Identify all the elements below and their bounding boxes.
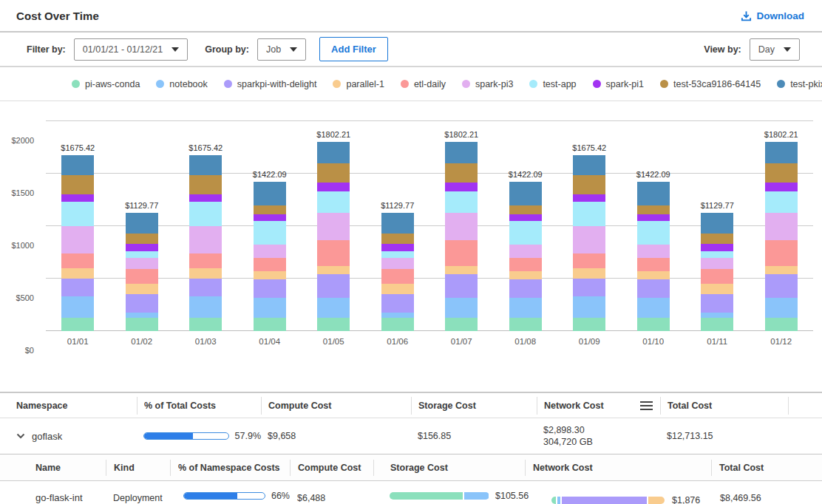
- stacked-bar[interactable]: [637, 182, 670, 331]
- bar-segment-test-pkix[interactable]: [126, 213, 158, 234]
- bar-segment-notebook[interactable]: [254, 298, 286, 318]
- bar-segment-parallel-1[interactable]: [381, 284, 414, 294]
- bar-segment-notebook[interactable]: [189, 296, 222, 317]
- col-nested-network[interactable]: Network Cost: [525, 460, 711, 476]
- bar-segment-notebook[interactable]: [509, 298, 542, 318]
- bar-segment-spark-pi3[interactable]: [381, 258, 414, 270]
- bar-segment-spark-pi3[interactable]: [254, 245, 286, 258]
- bar-segment-parallel-1[interactable]: [445, 266, 478, 274]
- bar-segment-spark-pi3[interactable]: [765, 213, 798, 240]
- bar-segment-test-53ca9186-64145[interactable]: [61, 175, 94, 195]
- bar-segment-sparkpi-with-delight[interactable]: [445, 274, 478, 299]
- stacked-bar[interactable]: [381, 213, 414, 331]
- bar-segment-test-pkix[interactable]: [509, 182, 542, 205]
- add-filter-button[interactable]: Add Filter: [319, 37, 388, 61]
- bar-segment-etl-daily[interactable]: [765, 240, 798, 266]
- bar-segment-spark-pi1[interactable]: [317, 183, 350, 191]
- bar-segment-etl-daily[interactable]: [701, 269, 733, 284]
- bar-segment-sparkpi-with-delight[interactable]: [573, 279, 605, 296]
- download-button[interactable]: Download: [741, 10, 805, 21]
- bar-segment-parallel-1[interactable]: [637, 271, 670, 279]
- bar-segment-test-53ca9186-64145[interactable]: [317, 163, 350, 183]
- bar-segment-parallel-1[interactable]: [317, 266, 350, 274]
- bar-segment-spark-pi1[interactable]: [189, 194, 222, 202]
- col-namespace[interactable]: Namespace: [0, 397, 137, 415]
- stacked-bar[interactable]: [509, 182, 542, 331]
- bar-segment-etl-daily[interactable]: [381, 269, 414, 284]
- bar-segment-spark-pi3[interactable]: [189, 226, 222, 253]
- bar-segment-spark-pi1[interactable]: [254, 214, 286, 221]
- bar-segment-sparkpi-with-delight[interactable]: [637, 279, 670, 298]
- bar-segment-spark-pi3[interactable]: [509, 245, 542, 258]
- stacked-bar[interactable]: [701, 213, 733, 331]
- stacked-bar[interactable]: [189, 155, 222, 331]
- bar-segment-test-app[interactable]: [573, 202, 605, 226]
- bar-segment-pi-aws-conda[interactable]: [445, 318, 478, 331]
- bar-segment-spark-pi3[interactable]: [126, 258, 158, 270]
- col-network-cost[interactable]: Network Cost: [537, 397, 660, 415]
- legend-item-test-53ca9186-64145[interactable]: test-53ca9186-64145: [660, 79, 761, 89]
- bar-segment-test-pkix[interactable]: [317, 142, 350, 163]
- col-nested-compute[interactable]: Compute Cost: [290, 460, 373, 476]
- bar-segment-sparkpi-with-delight[interactable]: [765, 274, 798, 299]
- bar-segment-spark-pi1[interactable]: [381, 244, 414, 252]
- bar-segment-pi-aws-conda[interactable]: [765, 318, 798, 331]
- col-compute-cost[interactable]: Compute Cost: [261, 397, 411, 415]
- bar-segment-test-app[interactable]: [381, 251, 414, 258]
- bar-segment-test-53ca9186-64145[interactable]: [573, 175, 605, 195]
- stacked-bar[interactable]: [765, 142, 798, 331]
- bar-segment-notebook[interactable]: [445, 298, 478, 317]
- bar-segment-etl-daily[interactable]: [126, 269, 158, 284]
- bar-segment-test-app[interactable]: [509, 221, 542, 245]
- bar-segment-test-53ca9186-64145[interactable]: [445, 163, 478, 183]
- bar-segment-parallel-1[interactable]: [126, 284, 158, 294]
- bar-segment-etl-daily[interactable]: [637, 258, 670, 271]
- legend-item-spark-pi3[interactable]: spark-pi3: [462, 79, 513, 89]
- legend-item-spark-pi1[interactable]: spark-pi1: [593, 79, 644, 89]
- col-kind[interactable]: Kind: [106, 460, 170, 476]
- chevron-down-icon[interactable]: [16, 433, 25, 439]
- bar-segment-etl-daily[interactable]: [317, 240, 350, 266]
- bar-segment-sparkpi-with-delight[interactable]: [509, 279, 542, 298]
- bar-segment-pi-aws-conda[interactable]: [701, 318, 733, 331]
- column-menu-icon[interactable]: [640, 401, 653, 410]
- bar-segment-spark-pi1[interactable]: [61, 194, 94, 202]
- bar-segment-etl-daily[interactable]: [445, 240, 478, 266]
- bar-segment-pi-aws-conda[interactable]: [381, 318, 414, 331]
- bar-segment-test-53ca9186-64145[interactable]: [509, 205, 542, 214]
- bar-segment-spark-pi1[interactable]: [765, 183, 798, 191]
- bar-segment-notebook[interactable]: [61, 296, 94, 317]
- col-nested-total[interactable]: Total Cost: [711, 460, 822, 476]
- col-storage-cost[interactable]: Storage Cost: [411, 397, 537, 415]
- bar-segment-parallel-1[interactable]: [509, 271, 542, 279]
- bar-segment-test-pkix[interactable]: [765, 142, 798, 163]
- bar-segment-spark-pi3[interactable]: [637, 245, 670, 258]
- bar-segment-spark-pi3[interactable]: [61, 226, 94, 253]
- stacked-bar[interactable]: [573, 155, 605, 331]
- bar-segment-test-53ca9186-64145[interactable]: [126, 234, 158, 243]
- bar-segment-sparkpi-with-delight[interactable]: [381, 294, 414, 313]
- bar-segment-test-app[interactable]: [317, 191, 350, 213]
- legend-item-test-pkix[interactable]: test-pkix: [777, 79, 822, 89]
- bar-segment-test-pkix[interactable]: [189, 155, 222, 174]
- bar-segment-notebook[interactable]: [765, 298, 798, 317]
- bar-segment-notebook[interactable]: [317, 298, 350, 317]
- legend-item-etl-daily[interactable]: etl-daily: [401, 79, 446, 89]
- bar-segment-test-53ca9186-64145[interactable]: [381, 234, 414, 243]
- bar-segment-spark-pi1[interactable]: [573, 194, 605, 202]
- bar-segment-etl-daily[interactable]: [573, 253, 605, 268]
- bar-segment-spark-pi3[interactable]: [573, 226, 605, 253]
- date-range-select[interactable]: 01/01/21 - 01/12/21: [74, 38, 188, 61]
- stacked-bar[interactable]: [254, 182, 286, 331]
- bar-segment-test-app[interactable]: [701, 251, 733, 258]
- bar-segment-test-53ca9186-64145[interactable]: [254, 205, 286, 214]
- legend-item-sparkpi-with-delight[interactable]: sparkpi-with-delight: [224, 79, 317, 89]
- col-name[interactable]: Name: [0, 460, 106, 476]
- bar-segment-sparkpi-with-delight[interactable]: [254, 279, 286, 298]
- bar-segment-test-pkix[interactable]: [254, 182, 286, 205]
- bar-segment-sparkpi-with-delight[interactable]: [189, 279, 222, 296]
- bar-segment-sparkpi-with-delight[interactable]: [126, 294, 158, 313]
- bar-segment-test-pkix[interactable]: [381, 213, 414, 234]
- bar-segment-test-app[interactable]: [637, 221, 670, 245]
- bar-segment-spark-pi3[interactable]: [445, 213, 478, 240]
